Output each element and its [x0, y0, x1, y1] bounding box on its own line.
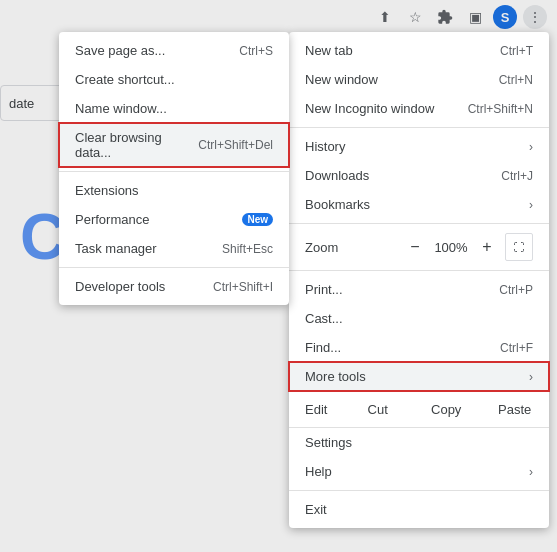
menu-item-find[interactable]: Find... Ctrl+F: [289, 333, 549, 362]
submenu-item-create-shortcut-label: Create shortcut...: [75, 72, 273, 87]
menu-item-settings-label: Settings: [305, 435, 533, 450]
bookmarks-arrow-icon: ›: [529, 198, 533, 212]
fullscreen-button[interactable]: [505, 233, 533, 261]
submenu-item-performance[interactable]: Performance New: [59, 205, 289, 234]
zoom-label: Zoom: [305, 240, 401, 255]
menu-item-incognito[interactable]: New Incognito window Ctrl+Shift+N: [289, 94, 549, 123]
menu-item-print-shortcut: Ctrl+P: [499, 283, 533, 297]
menu-item-new-tab-shortcut: Ctrl+T: [500, 44, 533, 58]
menu-item-downloads-shortcut: Ctrl+J: [501, 169, 533, 183]
menu-item-settings[interactable]: Settings: [289, 428, 549, 457]
zoom-value: 100%: [429, 240, 473, 255]
menu-item-new-window[interactable]: New window Ctrl+N: [289, 65, 549, 94]
submenu-item-task-manager-label: Task manager: [75, 241, 222, 256]
submenu-item-developer-tools-shortcut: Ctrl+Shift+I: [213, 280, 273, 294]
zoom-plus-button[interactable]: +: [473, 233, 501, 261]
more-tools-submenu: Save page as... Ctrl+S Create shortcut..…: [59, 32, 289, 305]
edit-copy-button[interactable]: Copy: [412, 396, 481, 423]
menu-item-find-label: Find...: [305, 340, 500, 355]
submenu-item-save-page-label: Save page as...: [75, 43, 239, 58]
edit-label: Edit: [289, 396, 343, 423]
menu-item-cast[interactable]: Cast...: [289, 304, 549, 333]
menu-item-more-tools-label: More tools: [305, 369, 525, 384]
submenu-item-clear-browsing-shortcut: Ctrl+Shift+Del: [198, 138, 273, 152]
submenu-item-save-page[interactable]: Save page as... Ctrl+S: [59, 36, 289, 65]
menu-item-more-tools[interactable]: More tools ›: [289, 362, 549, 391]
menu-item-new-tab[interactable]: New tab Ctrl+T: [289, 36, 549, 65]
menu-item-exit-label: Exit: [305, 502, 533, 517]
main-menu: New tab Ctrl+T New window Ctrl+N New Inc…: [289, 32, 549, 528]
zoom-minus-button[interactable]: −: [401, 233, 429, 261]
menu-item-bookmarks[interactable]: Bookmarks ›: [289, 190, 549, 219]
menu-item-exit[interactable]: Exit: [289, 495, 549, 524]
help-arrow-icon: ›: [529, 465, 533, 479]
submenu-item-clear-browsing[interactable]: Clear browsing data... Ctrl+Shift+Del: [59, 123, 289, 167]
menu-item-help[interactable]: Help ›: [289, 457, 549, 486]
history-arrow-icon: ›: [529, 140, 533, 154]
submenu-item-developer-tools-label: Developer tools: [75, 279, 213, 294]
submenu-item-clear-browsing-label: Clear browsing data...: [75, 130, 198, 160]
menu-item-bookmarks-label: Bookmarks: [305, 197, 525, 212]
submenu-item-task-manager[interactable]: Task manager Shift+Esc: [59, 234, 289, 263]
menu-item-downloads[interactable]: Downloads Ctrl+J: [289, 161, 549, 190]
submenu-divider-1: [59, 171, 289, 172]
menu-item-cast-label: Cast...: [305, 311, 533, 326]
menu-item-new-window-shortcut: Ctrl+N: [499, 73, 533, 87]
submenu-item-create-shortcut[interactable]: Create shortcut...: [59, 65, 289, 94]
submenu-item-extensions[interactable]: Extensions: [59, 176, 289, 205]
menu-item-incognito-shortcut: Ctrl+Shift+N: [468, 102, 533, 116]
submenu-item-extensions-label: Extensions: [75, 183, 273, 198]
menu-divider-3: [289, 270, 549, 271]
submenu-item-task-manager-shortcut: Shift+Esc: [222, 242, 273, 256]
performance-badge: New: [242, 213, 273, 226]
submenu-item-name-window[interactable]: Name window...: [59, 94, 289, 123]
menu-item-find-shortcut: Ctrl+F: [500, 341, 533, 355]
submenu-divider-2: [59, 267, 289, 268]
menu-divider-1: [289, 127, 549, 128]
menu-item-incognito-label: New Incognito window: [305, 101, 468, 116]
edit-cut-button[interactable]: Cut: [343, 396, 412, 423]
edit-paste-button[interactable]: Paste: [480, 396, 549, 423]
edit-row: Edit Cut Copy Paste: [289, 391, 549, 428]
menu-item-print[interactable]: Print... Ctrl+P: [289, 275, 549, 304]
submenu-item-developer-tools[interactable]: Developer tools Ctrl+Shift+I: [59, 272, 289, 301]
submenu-item-save-page-shortcut: Ctrl+S: [239, 44, 273, 58]
submenu-item-name-window-label: Name window...: [75, 101, 273, 116]
zoom-row: Zoom − 100% +: [289, 228, 549, 266]
more-tools-arrow-icon: ›: [529, 370, 533, 384]
menu-item-history-label: History: [305, 139, 525, 154]
submenu-item-performance-label: Performance: [75, 212, 236, 227]
menu-divider-4: [289, 490, 549, 491]
menu-divider-2: [289, 223, 549, 224]
menu-item-print-label: Print...: [305, 282, 499, 297]
menu-item-new-window-label: New window: [305, 72, 499, 87]
menu-item-new-tab-label: New tab: [305, 43, 500, 58]
menu-item-downloads-label: Downloads: [305, 168, 501, 183]
menu-item-history[interactable]: History ›: [289, 132, 549, 161]
menu-item-help-label: Help: [305, 464, 525, 479]
